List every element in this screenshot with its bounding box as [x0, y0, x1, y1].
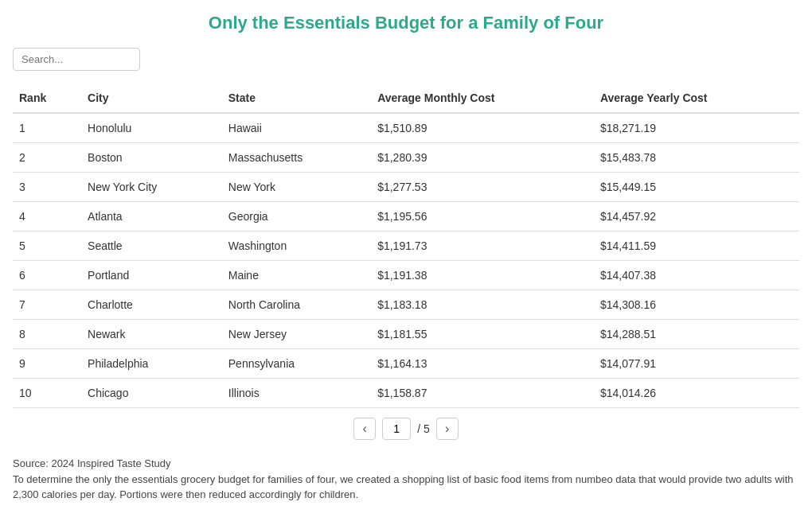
cell-rank: 9: [13, 349, 81, 379]
table-row: 9PhiladelphiaPennsylvania$1,164.13$14,07…: [13, 349, 799, 379]
cell-city: Philadelphia: [81, 349, 222, 379]
search-container: [13, 48, 799, 71]
cell-yearly: $14,457.92: [594, 202, 799, 231]
cell-monthly: $1,183.18: [371, 290, 594, 320]
cell-yearly: $14,288.51: [594, 320, 799, 349]
cell-rank: 6: [13, 261, 81, 290]
data-table: Rank City State Average Monthly Cost Ave…: [13, 84, 799, 408]
pagination: ‹ / 5 ›: [13, 418, 799, 440]
table-row: 7CharlotteNorth Carolina$1,183.18$14,308…: [13, 290, 799, 320]
cell-yearly: $14,308.16: [594, 290, 799, 320]
description-text: To determine the only the essentials gro…: [13, 472, 799, 503]
cell-monthly: $1,158.87: [371, 379, 594, 408]
cell-city: Honolulu: [81, 113, 222, 143]
cell-state: New York: [222, 173, 371, 202]
cell-city: Atlanta: [81, 202, 222, 231]
cell-state: Pennsylvania: [222, 349, 371, 379]
cell-monthly: $1,191.38: [371, 261, 594, 290]
cell-city: Boston: [81, 143, 222, 173]
cell-yearly: $15,449.15: [594, 173, 799, 202]
cell-state: Maine: [222, 261, 371, 290]
col-state: State: [222, 84, 371, 113]
cell-yearly: $14,077.91: [594, 349, 799, 379]
cell-city: Portland: [81, 261, 222, 290]
page-title: Only the Essentials Budget for a Family …: [13, 13, 799, 33]
cell-state: North Carolina: [222, 290, 371, 320]
page-total: / 5: [417, 422, 430, 435]
source-text: Source: 2024 Inspired Taste Study: [13, 456, 799, 472]
table-row: 6PortlandMaine$1,191.38$14,407.38: [13, 261, 799, 290]
cell-monthly: $1,510.89: [371, 113, 594, 143]
cell-monthly: $1,277.53: [371, 173, 594, 202]
cell-monthly: $1,191.73: [371, 231, 594, 261]
prev-page-button[interactable]: ‹: [353, 418, 376, 440]
table-row: 1HonoluluHawaii$1,510.89$18,271.19: [13, 113, 799, 143]
cell-state: Massachusetts: [222, 143, 371, 173]
search-input[interactable]: [13, 48, 140, 71]
cell-rank: 1: [13, 113, 81, 143]
cell-city: Chicago: [81, 379, 222, 408]
cell-yearly: $14,411.59: [594, 231, 799, 261]
table-row: 8NewarkNew Jersey$1,181.55$14,288.51: [13, 320, 799, 349]
cell-state: Washington: [222, 231, 371, 261]
cell-rank: 5: [13, 231, 81, 261]
col-yearly: Average Yearly Cost: [594, 84, 799, 113]
table-row: 10ChicagoIllinois$1,158.87$14,014.26: [13, 379, 799, 408]
cell-rank: 3: [13, 173, 81, 202]
cell-state: New Jersey: [222, 320, 371, 349]
cell-state: Georgia: [222, 202, 371, 231]
col-rank: Rank: [13, 84, 81, 113]
table-row: 2BostonMassachusetts$1,280.39$15,483.78: [13, 143, 799, 173]
cell-city: New York City: [81, 173, 222, 202]
cell-yearly: $18,271.19: [594, 113, 799, 143]
cell-monthly: $1,164.13: [371, 349, 594, 379]
cell-yearly: $15,483.78: [594, 143, 799, 173]
cell-rank: 10: [13, 379, 81, 408]
next-page-button[interactable]: ›: [436, 418, 459, 440]
cell-monthly: $1,280.39: [371, 143, 594, 173]
cell-rank: 7: [13, 290, 81, 320]
cell-yearly: $14,014.26: [594, 379, 799, 408]
cell-rank: 2: [13, 143, 81, 173]
table-row: 3New York CityNew York$1,277.53$15,449.1…: [13, 173, 799, 202]
cell-state: Illinois: [222, 379, 371, 408]
col-city: City: [81, 84, 222, 113]
cell-rank: 4: [13, 202, 81, 231]
cell-rank: 8: [13, 320, 81, 349]
table-row: 4AtlantaGeorgia$1,195.56$14,457.92: [13, 202, 799, 231]
page-number-input[interactable]: [382, 418, 411, 440]
cell-monthly: $1,181.55: [371, 320, 594, 349]
cell-monthly: $1,195.56: [371, 202, 594, 231]
cell-city: Charlotte: [81, 290, 222, 320]
table-header-row: Rank City State Average Monthly Cost Ave…: [13, 84, 799, 113]
footer: Source: 2024 Inspired Taste Study To det…: [13, 456, 799, 503]
col-monthly: Average Monthly Cost: [371, 84, 594, 113]
cell-city: Newark: [81, 320, 222, 349]
table-row: 5SeattleWashington$1,191.73$14,411.59: [13, 231, 799, 261]
cell-city: Seattle: [81, 231, 222, 261]
cell-state: Hawaii: [222, 113, 371, 143]
cell-yearly: $14,407.38: [594, 261, 799, 290]
